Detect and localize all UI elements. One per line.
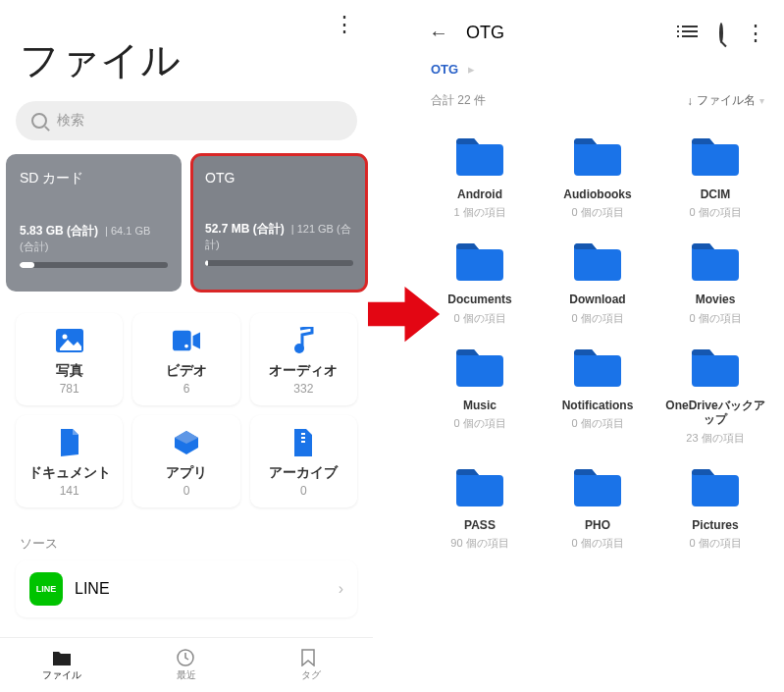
folder-name: PASS [425, 518, 535, 532]
otg-folder-screen: ← OTG ⋮ OTG ▸ 合計 22 件 ↓ ファイル名 ▾ [411, 0, 784, 692]
category-写真[interactable]: 写真 781 [16, 313, 123, 405]
category-ドキュメント[interactable]: ドキュメント 141 [16, 415, 123, 507]
category-アーカイブ[interactable]: アーカイブ 0 [250, 415, 357, 507]
clock-icon [177, 649, 196, 666]
folder-item[interactable]: PASS 90 個の項目 [423, 457, 537, 557]
photo-icon [56, 327, 83, 354]
category-label: アプリ [136, 464, 235, 482]
folder-item-count: 0 個の項目 [660, 205, 770, 220]
folder-icon [572, 347, 623, 389]
svg-marker-12 [368, 287, 440, 342]
folder-item[interactable]: Android 1 個の項目 [423, 127, 537, 226]
folder-item[interactable]: OneDriveバックアップ 23 個の項目 [658, 338, 772, 452]
more-menu-button[interactable]: ⋮ [334, 20, 355, 29]
screen-title: OTG [466, 23, 664, 43]
category-アプリ[interactable]: アプリ 0 [132, 415, 239, 507]
folder-item[interactable]: Music 0 個の項目 [423, 338, 537, 452]
nav-label: 最近 [177, 668, 196, 682]
view-list-button[interactable] [682, 23, 698, 44]
nav-タグ[interactable]: タグ [248, 638, 373, 692]
svg-point-4 [184, 345, 188, 348]
folder-item[interactable]: Notifications 0 個の項目 [541, 338, 654, 452]
folder-solid-icon [52, 649, 72, 666]
source-item-line[interactable]: LINE LINE › [16, 560, 357, 617]
storage-usage: 5.83 GB (合計) | 64.1 GB (合計) [20, 223, 168, 254]
folder-grid: Android 1 個の項目 Audiobooks 0 個の項目 DCIM 0 … [411, 119, 784, 557]
category-count: 6 [136, 382, 235, 396]
line-app-icon: LINE [29, 572, 63, 606]
folder-item[interactable]: DCIM 0 個の項目 [658, 127, 772, 226]
category-label: アーカイブ [254, 464, 353, 482]
folder-item-count: 23 個の項目 [660, 431, 770, 446]
storage-name: OTG [205, 170, 353, 186]
sort-label: ファイル名 [697, 92, 756, 109]
folder-icon [572, 241, 623, 283]
storage-card-otg[interactable]: OTG 52.7 MB (合計) | 121 GB (合計) [191, 154, 367, 292]
storage-usage: 52.7 MB (合計) | 121 GB (合計) [205, 221, 353, 252]
nav-label: ファイル [42, 668, 81, 682]
folder-name: Music [425, 399, 535, 412]
folder-icon [572, 136, 623, 178]
category-count: 0 [254, 484, 353, 498]
folder-name: Notifications [543, 399, 653, 412]
document-icon [56, 429, 83, 456]
storage-card-sd-カード[interactable]: SD カード 5.83 GB (合計) | 64.1 GB (合計) [6, 154, 182, 292]
folder-item-count: 0 個の項目 [543, 416, 653, 431]
folder-item[interactable]: PHO 0 個の項目 [541, 457, 654, 557]
folder-icon [690, 241, 741, 283]
breadcrumb-sep-icon: ▸ [468, 62, 475, 77]
item-count-label: 合計 22 件 [431, 92, 486, 109]
app-icon [173, 429, 200, 456]
svg-point-1 [62, 335, 67, 340]
sources-heading: ソース [0, 517, 373, 560]
nav-最近[interactable]: 最近 [125, 638, 249, 692]
sort-selector[interactable]: ↓ ファイル名 ▾ [687, 92, 764, 109]
category-オーディオ[interactable]: オーディオ 332 [250, 313, 357, 405]
category-grid: 写真 781 ビデオ 6 オーディオ 332 ドキュメント 141 アプリ 0 … [0, 303, 373, 517]
folder-item[interactable]: Pictures 0 個の項目 [658, 457, 772, 557]
category-count: 781 [20, 382, 119, 396]
folder-name: Pictures [660, 518, 770, 532]
audio-icon [289, 327, 317, 354]
search-input[interactable]: 検索 [16, 101, 357, 140]
folder-item[interactable]: Audiobooks 0 個の項目 [541, 127, 654, 226]
category-ビデオ[interactable]: ビデオ 6 [132, 313, 239, 405]
search-button[interactable] [719, 25, 723, 42]
folder-item-count: 0 個の項目 [660, 536, 770, 551]
folder-item-count: 0 個の項目 [543, 311, 653, 326]
folder-item-count: 0 個の項目 [543, 205, 653, 220]
folder-icon [572, 467, 623, 508]
nav-ファイル[interactable]: ファイル [0, 638, 125, 692]
list-icon [682, 23, 698, 40]
bottom-nav: ファイル最近タグ [0, 637, 373, 692]
category-label: ドキュメント [20, 464, 119, 482]
svg-rect-10 [301, 441, 305, 443]
more-menu-button[interactable]: ⋮ [745, 28, 766, 38]
svg-rect-9 [301, 437, 305, 439]
category-count: 332 [254, 382, 353, 396]
breadcrumb[interactable]: OTG ▸ [411, 50, 784, 84]
category-count: 141 [20, 484, 119, 498]
folder-item[interactable]: Download 0 個の項目 [541, 232, 654, 331]
category-label: 写真 [20, 362, 119, 380]
chevron-down-icon: ▾ [759, 95, 764, 106]
sort-arrow-icon: ↓ [687, 94, 693, 108]
transition-arrow-icon [368, 275, 442, 353]
search-icon [31, 113, 47, 129]
bookmark-icon [301, 649, 321, 666]
svg-point-5 [294, 344, 304, 353]
chevron-right-icon: › [339, 580, 343, 598]
folder-item[interactable]: Movies 0 個の項目 [658, 232, 772, 331]
breadcrumb-item[interactable]: OTG [431, 62, 458, 77]
folder-item-count: 0 個の項目 [660, 311, 770, 326]
search-placeholder: 検索 [57, 112, 84, 130]
svg-rect-8 [301, 433, 305, 435]
nav-label: タグ [301, 668, 321, 682]
folder-name: Audiobooks [543, 187, 653, 201]
folder-icon [454, 347, 505, 389]
folder-name: OneDriveバックアップ [660, 399, 770, 427]
back-button[interactable]: ← [429, 22, 448, 44]
folder-item-count: 1 個の項目 [425, 205, 535, 220]
folder-icon [454, 136, 505, 178]
video-icon [173, 327, 200, 354]
